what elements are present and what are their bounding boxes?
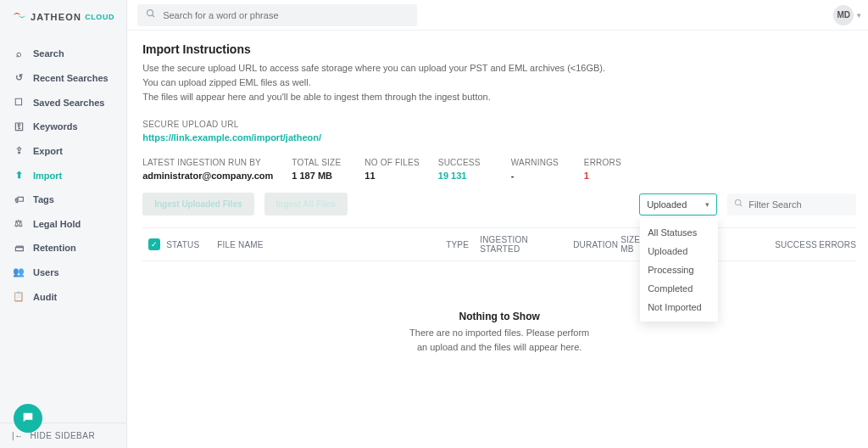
import-icon: ⬆ (13, 170, 25, 181)
stat-value-files: 11 (364, 171, 419, 181)
dropdown-option[interactable]: Completed (640, 279, 718, 298)
secure-url-label: SECURE UPLOAD URL (142, 120, 856, 129)
svg-point-2 (736, 199, 741, 204)
stat-label: TOTAL SIZE (292, 158, 346, 167)
ingest-uploaded-button[interactable]: Ingest Uploaded Files (142, 193, 253, 216)
sidebar-item-audit[interactable]: 📋Audit (0, 284, 126, 309)
sidebar-item-export[interactable]: ⇪Export (0, 138, 126, 163)
filter-search[interactable] (727, 193, 856, 216)
search-icon (146, 8, 156, 21)
dropdown-option[interactable]: Uploaded (640, 242, 718, 260)
logo-icon (12, 10, 27, 23)
audit-icon: 📋 (13, 291, 25, 302)
instruction-line: You can upload zipped EML files as well. (142, 76, 856, 90)
select-all-checkbox[interactable]: ✓ (148, 238, 160, 250)
sidebar-item-tags[interactable]: 🏷Tags (0, 188, 126, 211)
dropdown-option[interactable]: All Statuses (640, 223, 718, 242)
key-icon: ⚿ (13, 121, 25, 132)
sidebar-item-keywords[interactable]: ⚿Keywords (0, 115, 126, 138)
col-success: SUCCESS (775, 240, 819, 249)
stat-label: ERRORS (584, 158, 638, 167)
user-avatar[interactable]: MD (833, 5, 854, 25)
svg-point-0 (147, 10, 153, 16)
global-search[interactable] (137, 4, 417, 26)
collapse-icon: |← (12, 431, 24, 440)
history-icon: ↺ (13, 72, 25, 83)
col-ingestion: INGESTION STARTED (480, 235, 573, 254)
sidebar-item-label: Users (33, 267, 59, 277)
filter-search-input[interactable] (748, 199, 865, 210)
instruction-line: The files will appear here and you'll be… (142, 90, 856, 104)
stat-label: NO OF FILES (364, 158, 419, 167)
sidebar-item-label: Recent Searches (33, 73, 108, 83)
empty-title: Nothing to Show (142, 311, 856, 322)
stat-value-errors: 1 (584, 171, 638, 181)
stat-value-success: 19 131 (438, 171, 492, 181)
sidebar-item-label: Legal Hold (33, 219, 81, 229)
sidebar-item-import[interactable]: ⬆Import (0, 163, 126, 188)
stat-value-runby: administrator@company.com (142, 171, 273, 181)
col-type: TYPE (446, 240, 480, 249)
search-icon (734, 199, 743, 210)
sidebar-item-users[interactable]: 👥Users (0, 260, 126, 284)
sidebar-item-label: Search (33, 48, 64, 59)
global-search-input[interactable] (163, 10, 409, 20)
secure-url[interactable]: https://link.example.com/import/jatheon/ (142, 132, 856, 143)
instruction-line: Use the secure upload URL to access safe… (142, 61, 856, 76)
legal-icon: ⚖ (13, 218, 25, 229)
chevron-down-icon[interactable]: ▾ (857, 11, 861, 20)
stat-label: LATEST INGESTION RUN BY (142, 158, 273, 167)
sidebar-item-retention[interactable]: 🗃Retention (0, 236, 126, 260)
empty-line: There are no imported files. Please perf… (409, 328, 589, 338)
status-filter-dropdown[interactable]: Uploaded ▾ All StatusesUploadedProcessin… (639, 193, 717, 216)
sidebar-item-saved-searches[interactable]: ☐Saved Searches (0, 90, 126, 115)
sidebar-item-search[interactable]: ⌕Search (0, 42, 126, 65)
sidebar-item-label: Audit (33, 292, 57, 302)
col-file: FILE NAME (217, 240, 446, 249)
sidebar-item-label: Export (33, 146, 63, 156)
sidebar-item-recent-searches[interactable]: ↺Recent Searches (0, 65, 126, 90)
col-errors: ERRORS (819, 240, 856, 249)
users-icon: 👥 (13, 266, 25, 277)
dropdown-option[interactable]: Not Imported (640, 298, 718, 316)
sidebar-item-label: Retention (33, 243, 76, 253)
sidebar-item-label: Saved Searches (33, 98, 104, 108)
svg-line-3 (740, 204, 742, 206)
dropdown-option[interactable]: Processing (640, 260, 718, 279)
chat-widget[interactable] (14, 404, 42, 433)
col-duration: DURATION (573, 240, 620, 249)
stat-value-warnings: - (511, 171, 565, 181)
ingest-all-button[interactable]: Ingest All Files (264, 193, 348, 216)
col-status: STATUS (166, 240, 217, 249)
logo-text: JATHEON (31, 12, 81, 22)
sidebar-item-legal-hold[interactable]: ⚖Legal Hold (0, 211, 126, 236)
empty-line: an upload and the files will appear here… (417, 342, 581, 352)
svg-line-1 (153, 15, 155, 18)
dropdown-selected: Uploaded (647, 199, 687, 210)
bookmark-icon: ☐ (13, 97, 25, 108)
stat-label: WARNINGS (511, 158, 565, 167)
stat-value-size: 1 187 MB (292, 171, 346, 181)
stat-label: SUCCESS (438, 158, 492, 167)
brand-logo: JATHEON CLOUD (0, 0, 126, 33)
tag-icon: 🏷 (13, 194, 25, 204)
retention-icon: 🗃 (13, 243, 25, 253)
hide-sidebar-label: HIDE SIDEBAR (31, 431, 96, 440)
sidebar-item-label: Keywords (33, 121, 78, 132)
export-icon: ⇪ (13, 145, 25, 156)
page-title: Import Instructions (142, 42, 856, 56)
chevron-down-icon: ▾ (705, 200, 709, 209)
logo-cloud: CLOUD (85, 13, 114, 21)
search-icon: ⌕ (13, 48, 25, 59)
sidebar-item-label: Tags (33, 194, 54, 204)
chat-icon (21, 411, 35, 427)
sidebar-item-label: Import (33, 171, 62, 181)
